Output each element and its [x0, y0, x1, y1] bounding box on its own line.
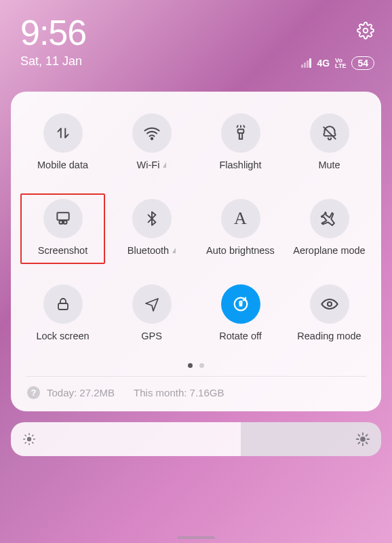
status-time: 9:56 [20, 15, 86, 50]
page-dot [188, 363, 193, 368]
tile-label: Mobile data [37, 160, 88, 170]
bell-off-icon [321, 124, 338, 142]
tile-label: Lock screen [36, 331, 89, 341]
tile-mobile-data[interactable]: Mobile data [20, 108, 105, 179]
tile-label: GPS [141, 331, 162, 341]
settings-icon[interactable] [357, 22, 374, 39]
tile-rotate-off[interactable]: Rotate off [198, 279, 283, 350]
navigation-icon [144, 296, 160, 312]
tile-label: Screenshot [38, 245, 87, 256]
info-icon: ? [27, 386, 40, 399]
tile-gps[interactable]: GPS [109, 279, 194, 350]
tile-aeroplane-mode[interactable]: Aeroplane mode [287, 193, 372, 264]
letter-a-icon: A [234, 208, 247, 229]
tile-label: Flashlight [219, 160, 261, 170]
usage-today: Today: 27.2MB [47, 387, 115, 398]
network-type: 4G [317, 58, 330, 69]
svg-rect-2 [237, 130, 243, 133]
page-dot [199, 363, 204, 368]
svg-point-11 [360, 436, 366, 442]
tile-mute[interactable]: Mute [287, 108, 372, 179]
tile-label: Reading mode [297, 331, 361, 341]
brightness-high-icon [355, 432, 370, 447]
tile-label: Auto brightness [206, 245, 275, 256]
svg-rect-6 [58, 303, 68, 310]
tile-bluetooth[interactable]: Bluetooth [109, 193, 194, 264]
home-indicator[interactable] [177, 536, 215, 539]
wifi-icon [142, 124, 161, 143]
rotate-lock-icon [231, 295, 250, 314]
quick-settings-panel: Mobile data Wi-Fi Flashlight Mute Screen… [11, 92, 381, 411]
tile-label: Aeroplane mode [293, 245, 365, 256]
page-indicator[interactable] [20, 363, 372, 368]
volte-indicator: Vo LTE [335, 58, 346, 69]
tile-auto-brightness[interactable]: A Auto brightness [198, 193, 283, 264]
tile-label: Rotate off [219, 331, 262, 341]
bluetooth-icon [143, 210, 161, 227]
svg-point-9 [327, 302, 331, 306]
usage-month: This month: 7.16GB [134, 387, 224, 398]
eye-icon [320, 295, 339, 314]
signal-icon [301, 58, 311, 68]
tile-lock-screen[interactable]: Lock screen [20, 279, 105, 350]
tile-flashlight[interactable]: Flashlight [198, 108, 283, 179]
expand-icon [172, 248, 176, 253]
airplane-icon [321, 210, 338, 227]
svg-rect-3 [57, 212, 68, 220]
brightness-low-icon [22, 432, 37, 447]
tile-label: Bluetooth [128, 245, 169, 256]
data-usage-row[interactable]: ? Today: 27.2MB This month: 7.16GB [20, 377, 372, 400]
brightness-slider[interactable] [11, 422, 381, 456]
tile-reading-mode[interactable]: Reading mode [287, 279, 372, 350]
svg-point-1 [151, 138, 152, 139]
data-swap-icon [54, 124, 72, 142]
tile-label: Wi-Fi [137, 160, 160, 170]
tile-label: Mute [318, 160, 340, 170]
battery-indicator: 54 [351, 56, 374, 70]
tile-wifi[interactable]: Wi-Fi [109, 108, 194, 179]
lock-icon [55, 296, 71, 312]
svg-point-0 [364, 29, 368, 33]
tile-screenshot[interactable]: Screenshot [20, 193, 105, 264]
flashlight-icon [232, 124, 250, 142]
expand-icon [163, 162, 166, 168]
svg-point-10 [27, 437, 31, 441]
screenshot-icon [54, 210, 72, 227]
